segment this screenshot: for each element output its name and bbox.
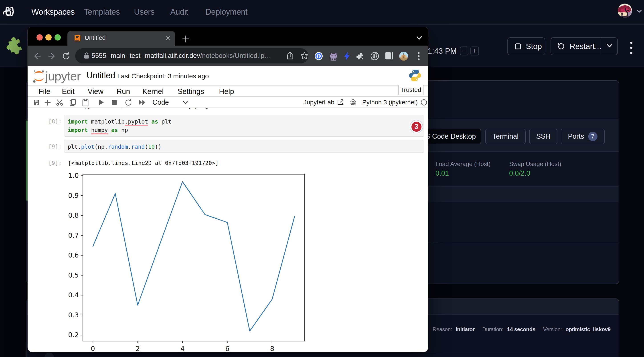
jupyter-menu-kernel[interactable]: Kernel <box>142 87 164 96</box>
save-icon[interactable] <box>34 99 40 106</box>
debugger-bug-icon[interactable] <box>350 99 356 106</box>
bookmark-star-icon[interactable] <box>300 52 308 60</box>
jupyter-toolbar: Code JupyterLab Python 3 (ipykernel) <box>28 97 428 108</box>
restart-run-all-icon[interactable] <box>138 99 146 106</box>
jupyter-menu-edit[interactable]: Edit <box>62 87 74 96</box>
avatar-dropdown-icon[interactable] <box>636 9 642 13</box>
back-icon[interactable] <box>33 52 42 60</box>
macos-minimize-button[interactable] <box>46 34 52 40</box>
jupyter-menu-view[interactable]: View <box>88 87 104 96</box>
reason-value: initiator <box>456 326 475 332</box>
jupyter-header: jupyter Untitled Last Checkpoint: 3 minu… <box>28 66 428 86</box>
output-text: [<matplotlib.lines.Line2D at 0x7fd03f191… <box>68 159 218 167</box>
workspace-menu-kebab-icon[interactable] <box>629 40 634 56</box>
jupyter-logo-text[interactable]: jupyter <box>46 69 80 83</box>
app-button-ports[interactable]: Ports7 <box>561 129 604 144</box>
jupyter-menu-file[interactable]: File <box>38 87 50 96</box>
version-value: optimistic_liskov9 <box>566 326 610 332</box>
restart-dropdown-icon[interactable] <box>606 44 613 48</box>
lightning-extension-icon[interactable] <box>343 52 351 61</box>
browser-tab[interactable]: Untitled <box>68 31 175 46</box>
build-avatar <box>44 352 54 357</box>
run-icon[interactable] <box>98 99 104 106</box>
schedule-minus-button[interactable]: − <box>460 46 468 56</box>
browser-toolbar: 5555--main--test--matifali.atif.cdr.dev/… <box>28 46 428 66</box>
jupyter-menubar: FileEditViewRunKernelSettingsHelp <box>28 86 428 97</box>
stop-button[interactable]: Stop <box>507 38 545 55</box>
kernel-name[interactable]: Python 3 (ipykernel) <box>362 99 418 106</box>
jupyter-menu-help[interactable]: Help <box>219 87 234 96</box>
tab-search-chevron-icon[interactable] <box>416 36 423 41</box>
jupyter-menu-settings[interactable]: Settings <box>178 87 204 96</box>
external-link-icon[interactable] <box>337 99 344 105</box>
reason-label: Reason: <box>432 326 452 332</box>
svg-text:2: 2 <box>136 345 140 352</box>
svg-text:0: 0 <box>91 345 95 352</box>
clipped-code-line: py p y p g <box>68 108 208 110</box>
jupyterlab-link[interactable]: JupyterLab <box>304 99 334 106</box>
duration-label: Duration: <box>482 326 503 332</box>
code-cell[interactable]: import matplotlib.pyplot as plt import n… <box>64 115 424 137</box>
notebook-scroll-area[interactable]: py p y p g [8]:import matplotlib.pyplot … <box>28 108 428 352</box>
nav-item-users[interactable]: Users <box>134 7 155 17</box>
screen: WorkspacesTemplatesUsersAuditDeployment <box>0 0 644 357</box>
profile-avatar[interactable] <box>399 52 408 60</box>
browser-menu-kebab-icon[interactable] <box>418 52 420 60</box>
nav-item-templates[interactable]: Templates <box>84 7 120 17</box>
trusted-button[interactable]: Trusted <box>398 85 424 95</box>
nav-item-deployment[interactable]: Deployment <box>206 7 248 17</box>
nav-item-audit[interactable]: Audit <box>170 7 188 17</box>
leaf-energy-icon[interactable] <box>370 52 379 60</box>
notebook-title[interactable]: Untitled <box>86 71 115 80</box>
macos-close-button[interactable] <box>36 34 43 40</box>
svg-text:0.6: 0.6 <box>68 251 79 259</box>
new-tab-icon[interactable] <box>182 35 190 43</box>
stat-label: Swap Usage (Host) <box>509 161 561 168</box>
svg-text:4: 4 <box>180 345 185 352</box>
code-cell-source[interactable]: import matplotlib.pyplot as plt import n… <box>68 118 172 134</box>
schedule-plus-button[interactable]: + <box>470 46 479 56</box>
tab-close-icon[interactable] <box>165 36 170 40</box>
notification-count: 3 <box>412 122 422 132</box>
app-button-ssh[interactable]: SSH <box>529 129 558 144</box>
github-icon[interactable] <box>329 52 338 60</box>
cell-type-select[interactable]: Code <box>152 98 169 106</box>
schedule-time: 11:43 PM <box>424 46 457 56</box>
macos-zoom-button[interactable] <box>54 34 61 40</box>
stat-value: 0.01 <box>436 169 490 178</box>
paste-icon[interactable] <box>82 99 88 106</box>
url-bar[interactable]: 5555--main--test--matifali.atif.cdr.dev/… <box>75 48 308 64</box>
svg-text:8: 8 <box>270 345 274 352</box>
code-cell-source[interactable]: plt.plot(np.random.rand(10)) <box>68 143 162 151</box>
cut-icon[interactable] <box>56 99 64 106</box>
stop-icon <box>515 44 521 50</box>
ports-count-badge: 7 <box>588 132 598 141</box>
cell-type-chevron-icon[interactable] <box>182 100 188 104</box>
svg-text:6: 6 <box>225 345 230 352</box>
app-button-terminal[interactable]: Terminal <box>485 129 526 144</box>
password-manager-icon[interactable] <box>314 52 323 60</box>
jupyter-logo-icon[interactable] <box>33 68 44 84</box>
share-icon[interactable] <box>286 52 294 60</box>
build-meta-row: Reason: initiator Duration: 14 seconds V… <box>432 326 610 332</box>
sidebar-extension-icon[interactable] <box>385 52 393 60</box>
restart-kernel-icon[interactable] <box>124 99 132 106</box>
add-cell-icon[interactable] <box>44 100 51 106</box>
svg-text:0.5: 0.5 <box>68 271 79 279</box>
jupyter-page: jupyter Untitled Last Checkpoint: 3 minu… <box>28 66 428 352</box>
copy-icon[interactable] <box>70 99 76 106</box>
reload-icon[interactable] <box>62 52 70 60</box>
coder-navbar: WorkspacesTemplatesUsersAuditDeployment <box>0 0 644 25</box>
notification-badge[interactable]: 3 <box>410 120 423 133</box>
code-cell[interactable]: plt.plot(np.random.rand(10)) <box>64 140 424 153</box>
forward-icon[interactable] <box>48 52 56 60</box>
interrupt-kernel-icon[interactable] <box>112 100 118 105</box>
extensions-puzzle-icon[interactable] <box>356 52 365 60</box>
svg-text:0.9: 0.9 <box>68 192 79 200</box>
nav-item-workspaces[interactable]: Workspaces <box>32 7 74 17</box>
user-avatar[interactable] <box>618 4 632 18</box>
jupyter-menu-run[interactable]: Run <box>116 87 130 96</box>
url-text[interactable]: 5555--main--test--matifali.atif.cdr.dev/… <box>92 52 270 60</box>
svg-text:0.3: 0.3 <box>68 311 79 319</box>
coder-logo-icon[interactable] <box>3 7 14 16</box>
